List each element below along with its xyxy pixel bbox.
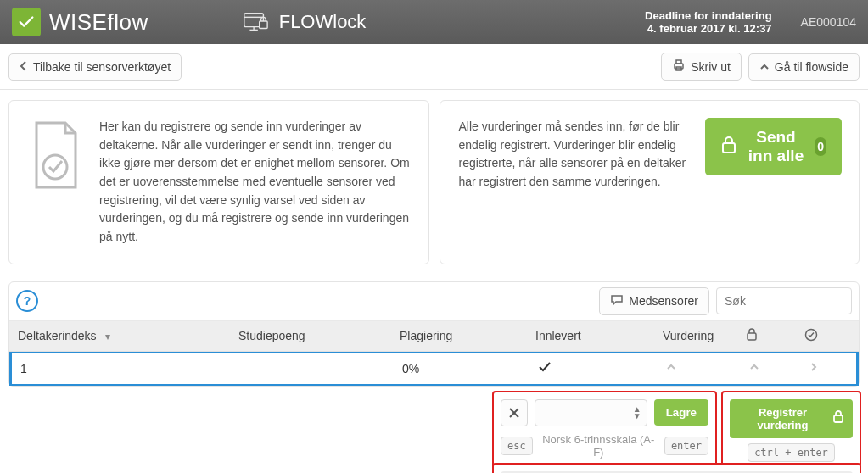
col-vurdering[interactable]: Vurdering (654, 322, 722, 349)
chevron-up-icon (759, 60, 770, 74)
deadline-block: Deadline for inndatering 4. februar 2017… (645, 9, 772, 35)
check-icon (538, 361, 552, 373)
col-plagiering[interactable]: Plagiering (391, 322, 527, 349)
logo-icon (12, 8, 41, 36)
goto-flow-button[interactable]: Gå til flowside (748, 53, 860, 81)
svg-rect-9 (723, 143, 735, 153)
user-id: AE000104 (801, 15, 856, 29)
back-button[interactable]: Tilbake til sensorverktøyet (8, 53, 182, 81)
search-input[interactable] (716, 287, 852, 314)
ctrl-enter-key: ctrl + enter (748, 443, 835, 462)
cell-plag: 0% (394, 355, 529, 382)
info-panel-right: Alle vurderinger må sendes inn, før de b… (440, 100, 860, 264)
deadline-label: Deadline for inndatering (645, 9, 772, 22)
print-label: Skriv ut (691, 60, 731, 74)
col-index-label: Deltakerindeks (18, 329, 97, 342)
col-deltakerindeks[interactable]: Deltakerindeks ▾ (9, 322, 230, 349)
scale-hint: Norsk 6-trinnsskala (A-F) (540, 433, 658, 459)
info-right-text: Alle vurderinger må sendes inn, før de b… (459, 118, 688, 192)
grade-entry-popover: ▲▼ Lagre esc Norsk 6-trinnsskala (A-F) e… (492, 391, 717, 469)
register-label: Registrer vurdering (738, 406, 827, 431)
document-check-icon (28, 118, 82, 194)
table-controls: ? Medsensorer (9, 282, 859, 321)
col-studiepoeng[interactable]: Studiepoeng (230, 322, 391, 349)
cell-index: 1 (12, 355, 232, 382)
send-all-label: Send inn alle (746, 128, 807, 165)
search-input-wrap (716, 287, 852, 314)
participants-table: ? Medsensorer Deltakerindeks ▾ Studiepoe… (8, 281, 860, 387)
app-title: FLOWlock (279, 11, 367, 33)
deadline-value: 4. februar 2017 kl. 12:37 (645, 22, 772, 35)
lock-icon (832, 410, 844, 426)
svg-rect-10 (748, 333, 756, 340)
chat-icon (610, 294, 624, 309)
admin-grade-popover: Adm. vurdering - ▲▼ (492, 463, 861, 473)
help-button[interactable]: ? (16, 290, 38, 312)
svg-point-8 (43, 155, 67, 179)
lock-icon (720, 136, 737, 159)
info-panels: Her kan du registrere og sende inn vurde… (0, 90, 868, 273)
info-left-text: Her kan du registrere og sende inn vurde… (99, 118, 412, 247)
svg-rect-6 (676, 60, 681, 64)
table-row[interactable]: 1 0% (9, 352, 859, 386)
col-lock-icon (722, 321, 781, 351)
svg-rect-14 (834, 415, 843, 422)
send-all-count: 0 (815, 137, 826, 156)
back-label: Tilbake til sensorverktøyet (33, 60, 171, 74)
print-button[interactable]: Skriv ut (661, 53, 742, 81)
medsensorer-label: Medsensorer (629, 294, 698, 308)
arrow-up-icon (665, 362, 677, 376)
flowlock-icon (242, 10, 269, 34)
page-toolbar: Tilbake til sensorverktøyet Skriv ut Gå … (0, 44, 868, 90)
send-all-button[interactable]: Send inn alle 0 (705, 118, 843, 175)
medsensorer-button[interactable]: Medsensorer (599, 287, 709, 315)
top-bar: WISEflow FLOWlock Deadline for inndateri… (0, 0, 868, 44)
cell-lock (725, 354, 784, 382)
table-header: Deltakerindeks ▾ Studiepoeng Plagiering … (9, 321, 859, 352)
stepper-arrows-icon: ▲▼ (633, 406, 641, 420)
chevron-left-icon (20, 60, 28, 74)
goto-flow-label: Gå til flowside (775, 60, 848, 74)
enter-key: enter (664, 437, 708, 455)
register-popover: Registrer vurdering ctrl + enter (721, 391, 861, 467)
col-innlevert[interactable]: Innlevert (527, 322, 654, 349)
register-grade-button[interactable]: Registrer vurdering (730, 399, 853, 438)
brand-name: WISEflow (49, 9, 148, 36)
arrow-up-icon (748, 362, 760, 376)
close-button[interactable] (501, 399, 528, 426)
popover-area: ▲▼ Lagre esc Norsk 6-trinnsskala (A-F) e… (8, 395, 860, 473)
printer-icon (672, 59, 686, 74)
chevron-down-icon: ▾ (105, 331, 110, 342)
esc-key: esc (501, 437, 533, 455)
cell-credits (232, 362, 394, 376)
col-checkcircle-icon (781, 321, 841, 351)
cell-delivered (529, 354, 657, 382)
cell-grade (657, 354, 725, 382)
chevron-right-icon (809, 361, 818, 376)
info-panel-left: Her kan du registrere og sende inn vurde… (8, 100, 429, 264)
save-button[interactable]: Lagre (654, 399, 708, 426)
svg-rect-4 (259, 21, 266, 28)
cell-expand[interactable] (784, 354, 843, 383)
grade-stepper[interactable]: ▲▼ (535, 399, 647, 426)
